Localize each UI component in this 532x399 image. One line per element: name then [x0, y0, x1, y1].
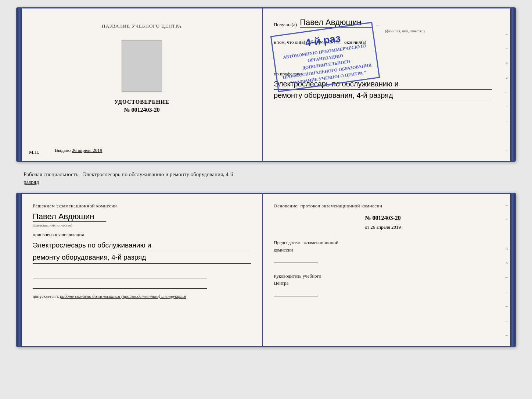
vydano-line: Выдано 26 апреля 2019: [55, 147, 251, 153]
top-right-page: 4-й раз АВТОНОМНУЮ НЕКОММЕРЧЕСКУЮ ОРГАНИ…: [263, 8, 503, 161]
sig-line-2: [33, 281, 207, 289]
edge-dashes-top: – – – и а ← – – – –: [503, 8, 510, 161]
kvalif-line2: ремонту оборудования, 4-й разряд: [33, 252, 251, 263]
top-left-page: НАЗВАНИЕ УЧЕБНОГО ЦЕНТРА УДОСТОВЕРЕНИЕ №…: [22, 8, 263, 161]
chairman-block: Председатель экзаменационной комиссии: [274, 239, 492, 265]
stamp-line2: АВТОНОМНУЮ НЕКОММЕРЧЕСКУЮ ОРГАНИЗАЦИЮ: [278, 42, 371, 68]
top-booklet: НАЗВАНИЕ УЧЕБНОГО ЦЕНТРА УДОСТОВЕРЕНИЕ №…: [16, 7, 516, 162]
middle-line2: разряд: [24, 179, 39, 185]
udostoverenie-number: № 0012403-20: [124, 107, 159, 113]
dopusk-text: работе согласно должностным (производств…: [60, 294, 186, 299]
protocol-number: № 0012403-20: [274, 215, 492, 221]
profession-line2: ремонту оборудования, 4-й разряд: [274, 90, 492, 101]
udostoverenie-label: УДОСТОВЕРЕНИЕ: [114, 99, 169, 105]
mp-label: М.П.: [29, 149, 39, 155]
vtom-line: в том, что он(а) 26 апреля 2019г. окончи…: [274, 39, 492, 45]
uchebnyi-center-title: НАЗВАНИЕ УЧЕБНОГО ЦЕНТРА: [102, 23, 181, 29]
bottom-person-name: Павел Авдюшин: [33, 212, 106, 222]
poluchil-line: Получил(а) Павел Авдюшин –: [274, 18, 492, 28]
dopuskaetsya-block: допускается к работе согласно должностны…: [33, 294, 251, 299]
middle-line1: Рабочая специальность - Электрослесарь п…: [24, 171, 233, 177]
prisvoena-label: присвоена квалификация: [33, 232, 251, 238]
bottom-fio-sub: (фамилия, имя, отчество): [33, 223, 251, 227]
recipient-name: Павел Авдюшин: [300, 18, 373, 28]
rukovoditel-block: Руководитель учебного Центра: [274, 272, 492, 299]
bottom-booklet: Решением экзаменационной комиссии Павел …: [16, 193, 516, 347]
spine-right: [510, 8, 515, 161]
kvalif-line1: Электрослесарь по обслуживанию и: [33, 240, 251, 251]
ot-line: от 26 апреля 2019: [274, 224, 492, 230]
signature-lines: [33, 271, 251, 289]
sig-line-1: [33, 271, 207, 278]
po-professii-label: по профессии: [274, 71, 492, 77]
vtom-date: 26 апреля 2019г.: [307, 39, 343, 45]
spine-left: [17, 8, 22, 161]
spine-bottom-left: [17, 194, 22, 346]
resheniem-title: Решением экзаменационной комиссии: [33, 203, 251, 209]
fio-sub-label-top: (фамилия, имя, отчество): [318, 29, 492, 33]
osnovanie-title: Основание: протокол экзаменационной коми…: [274, 203, 492, 209]
middle-text-block: Рабочая специальность - Электрослесарь п…: [16, 168, 516, 189]
rukovoditel-sig-line: [274, 289, 318, 296]
spine-bottom-right: [510, 194, 515, 346]
bottom-left-page: Решением экзаменационной комиссии Павел …: [22, 194, 263, 346]
edge-dashes-bottom: – – – и а ← – – – –: [503, 194, 510, 346]
chairman-sig-line: [274, 256, 318, 263]
profession-line1: Электрослесарь по обслуживанию и: [274, 78, 492, 90]
bottom-right-page: Основание: протокол экзаменационной коми…: [263, 194, 503, 346]
photo-placeholder: [122, 40, 162, 92]
